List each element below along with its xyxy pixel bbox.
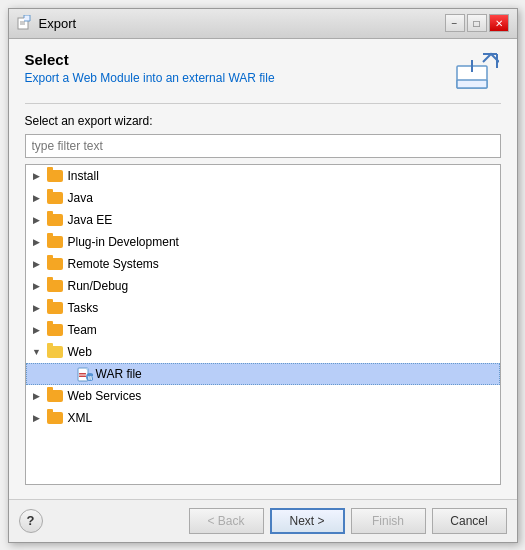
tree-label-webservices: Web Services	[68, 389, 142, 403]
folder-icon-team	[47, 323, 63, 337]
war-file-icon: W	[77, 366, 93, 382]
toggle-warfile	[63, 367, 77, 381]
tree-label-remote: Remote Systems	[68, 257, 159, 271]
content-area: Select Export a Web Module into an exter…	[9, 39, 517, 493]
tree-label-web: Web	[68, 345, 92, 359]
cancel-button[interactable]: Cancel	[432, 508, 507, 534]
export-dialog: Export − □ ✕ Select Export a Web Module …	[8, 8, 518, 543]
svg-rect-11	[79, 375, 86, 377]
toggle-xml[interactable]: ▶	[30, 411, 44, 425]
tree-item-install[interactable]: ▶ Install	[26, 165, 500, 187]
close-button[interactable]: ✕	[489, 14, 509, 32]
minimize-button[interactable]: −	[445, 14, 465, 32]
tree-item-java[interactable]: ▶ Java	[26, 187, 500, 209]
tree-item-rundebug[interactable]: ▶ Run/Debug	[26, 275, 500, 297]
toggle-remote[interactable]: ▶	[30, 257, 44, 271]
svg-rect-10	[79, 373, 86, 375]
next-button[interactable]: Next >	[270, 508, 345, 534]
toggle-plugin[interactable]: ▶	[30, 235, 44, 249]
help-button[interactable]: ?	[19, 509, 43, 533]
tree-item-xml[interactable]: ▶ XML	[26, 407, 500, 429]
finish-button[interactable]: Finish	[351, 508, 426, 534]
tree-item-team[interactable]: ▶ Team	[26, 319, 500, 341]
header-divider	[25, 103, 501, 104]
title-controls: − □ ✕	[445, 14, 509, 32]
tree-label-xml: XML	[68, 411, 93, 425]
wizard-label: Select an export wizard:	[25, 114, 501, 128]
header-section: Select Export a Web Module into an exter…	[25, 51, 501, 91]
folder-icon-javaee	[47, 213, 63, 227]
folder-icon-xml	[47, 411, 63, 425]
maximize-button[interactable]: □	[467, 14, 487, 32]
footer-left: ?	[19, 509, 43, 533]
window-title: Export	[39, 16, 77, 31]
tree-label-javaee: Java EE	[68, 213, 113, 227]
folder-icon-install	[47, 169, 63, 183]
tree-item-webservices[interactable]: ▶ Web Services	[26, 385, 500, 407]
folder-icon-webservices	[47, 389, 63, 403]
dialog-subtitle: Export a Web Module into an external WAR…	[25, 71, 275, 85]
title-bar: Export − □ ✕	[9, 9, 517, 39]
tree-label-tasks: Tasks	[68, 301, 99, 315]
toggle-web[interactable]: ▼	[30, 345, 44, 359]
tree-item-web[interactable]: ▼ Web	[26, 341, 500, 363]
filter-input[interactable]	[25, 134, 501, 158]
tree-label-install: Install	[68, 169, 99, 183]
toggle-webservices[interactable]: ▶	[30, 389, 44, 403]
toggle-tasks[interactable]: ▶	[30, 301, 44, 315]
export-svg-icon	[455, 52, 499, 90]
svg-text:W: W	[87, 375, 92, 381]
tree-label-java: Java	[68, 191, 93, 205]
folder-icon-rundebug	[47, 279, 63, 293]
tree-item-javaee[interactable]: ▶ Java EE	[26, 209, 500, 231]
folder-icon-plugin	[47, 235, 63, 249]
svg-rect-4	[457, 80, 487, 88]
header-text: Select Export a Web Module into an exter…	[25, 51, 275, 85]
tree-item-tasks[interactable]: ▶ Tasks	[26, 297, 500, 319]
tree-label-plugin: Plug-in Development	[68, 235, 179, 249]
tree-item-plugin[interactable]: ▶ Plug-in Development	[26, 231, 500, 253]
title-bar-left: Export	[17, 15, 77, 31]
toggle-rundebug[interactable]: ▶	[30, 279, 44, 293]
tree-container[interactable]: ▶ Install ▶ Java ▶ Java EE ▶ Plug-in Dev…	[25, 164, 501, 485]
toggle-java[interactable]: ▶	[30, 191, 44, 205]
folder-icon-remote	[47, 257, 63, 271]
dialog-title: Select	[25, 51, 275, 68]
tree-label-rundebug: Run/Debug	[68, 279, 129, 293]
title-icon	[17, 15, 33, 31]
toggle-team[interactable]: ▶	[30, 323, 44, 337]
tree-item-remote[interactable]: ▶ Remote Systems	[26, 253, 500, 275]
tree-item-warfile[interactable]: W WAR file	[26, 363, 500, 385]
tree-label-warfile: WAR file	[96, 367, 142, 381]
folder-icon-web	[47, 345, 63, 359]
toggle-install[interactable]: ▶	[30, 169, 44, 183]
toggle-javaee[interactable]: ▶	[30, 213, 44, 227]
dialog-footer: ? < Back Next > Finish Cancel	[9, 499, 517, 542]
folder-icon-tasks	[47, 301, 63, 315]
tree-label-team: Team	[68, 323, 97, 337]
export-icon	[453, 51, 501, 91]
back-button[interactable]: < Back	[189, 508, 264, 534]
folder-icon-java	[47, 191, 63, 205]
